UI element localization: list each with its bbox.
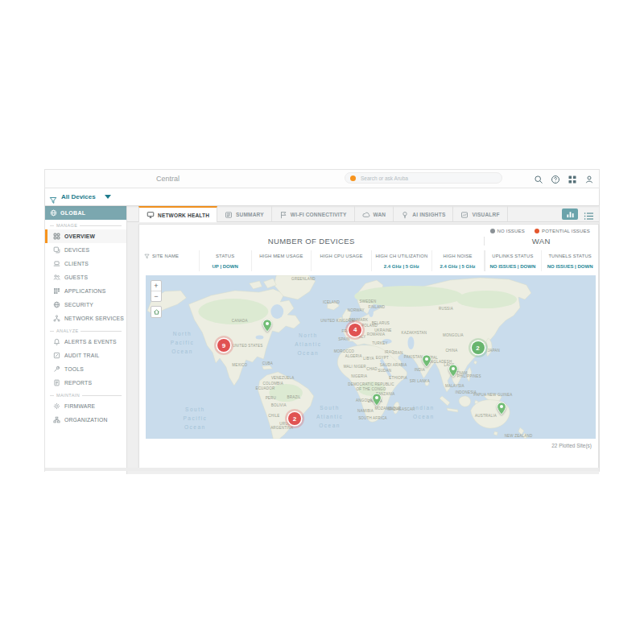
country-label: PAPUA NEW GUINEA <box>473 393 512 398</box>
country-label: JAPAN <box>488 349 500 353</box>
tab-summary[interactable]: SUMMARY <box>217 206 272 221</box>
sidebar-item-guests[interactable]: GUESTS <box>45 270 126 284</box>
map-site-cluster[interactable]: 2 <box>288 412 301 425</box>
column-header: UPLINKS STATUS <box>485 250 542 262</box>
devices-icon <box>53 246 60 254</box>
global-search-input[interactable] <box>359 175 497 182</box>
country-label: NIGERIA <box>351 374 367 379</box>
aruba-spark-icon <box>350 175 356 181</box>
ocean-label: SouthAtlanticOcean <box>316 403 343 430</box>
map-site-pin[interactable] <box>448 364 458 378</box>
country-label: INDIA <box>415 368 425 373</box>
map-site-pin[interactable] <box>422 354 432 368</box>
sidebar-scope-header[interactable]: GLOBAL <box>45 206 126 220</box>
sidebar-item-firmware[interactable]: FIRMWARE <box>45 399 126 413</box>
sidebar-item-label: FIRMWARE <box>64 403 95 409</box>
tab-label: AI INSIGHTS <box>412 212 445 217</box>
map-site-pin[interactable] <box>371 393 382 407</box>
tab-visualrf[interactable]: VISUALRF <box>453 206 507 221</box>
help-icon[interactable] <box>551 173 560 183</box>
country-label: VENEZUELA <box>271 376 295 381</box>
user-icon[interactable] <box>584 173 594 183</box>
bulb-icon <box>401 211 409 219</box>
column-high-cpu-usage: HIGH CPU USAGE <box>311 250 371 271</box>
sidebar-item-network-services[interactable]: NETWORK SERVICES <box>45 312 126 325</box>
column-high-noise: HIGH NOISE2.4 GHz | 5 GHz <box>431 250 484 271</box>
map-controls: + − <box>151 280 162 318</box>
country-label: MALAYSIA <box>445 384 464 389</box>
country-label: CHAD <box>366 367 378 372</box>
page-canvas: Central All Devices GLOBAL <box>0 0 644 644</box>
tab-wi-fi-connectivity[interactable]: WI-FI CONNECTIVITY <box>272 206 355 221</box>
sidebar-item-security[interactable]: SECURITY <box>45 298 126 312</box>
map-home-button[interactable] <box>151 306 162 318</box>
netsvc-icon <box>53 315 60 322</box>
country-label: SAUDI ARABIA <box>380 363 407 368</box>
map-site-pin[interactable] <box>262 319 273 332</box>
group-header-wan: WAN <box>484 237 599 246</box>
footer-strip <box>45 468 599 471</box>
country-label: EGYPT <box>376 356 389 361</box>
map-site-cluster[interactable]: 2 <box>472 341 485 354</box>
sidebar-item-applications[interactable]: APPLICATIONS <box>45 284 126 298</box>
apps-grid-icon[interactable] <box>568 173 577 183</box>
device-filter-label: All Devices <box>61 193 96 200</box>
chart-view-button[interactable] <box>562 208 578 220</box>
grid-icon <box>53 233 60 240</box>
country-label: BOLIVIA <box>271 403 287 408</box>
sidebar-item-overview[interactable]: OVERVIEW <box>45 229 126 243</box>
device-filter-bar[interactable]: All Devices <box>45 188 599 206</box>
section-label-text: MANAGE <box>56 223 77 228</box>
country-label: LIBYA <box>363 357 374 361</box>
clients-icon <box>53 260 60 267</box>
guests-icon <box>53 274 60 281</box>
tab-bar-controls <box>562 206 599 221</box>
tab-wan[interactable]: WAN <box>355 206 394 221</box>
country-label: ICELAND <box>323 300 340 305</box>
column-filter-icon[interactable] <box>144 254 150 259</box>
map-site-cluster[interactable]: 4 <box>349 324 361 336</box>
no-issues-dot <box>490 229 495 233</box>
world-map[interactable]: GREENLANDCANADAUNITED STATESMEXICOCUBAIC… <box>146 275 596 439</box>
search-icon[interactable] <box>534 173 543 183</box>
country-label: COLOMBIA <box>263 382 283 386</box>
zoom-in-button[interactable]: + <box>151 281 161 291</box>
country-label: GREENLAND <box>291 277 316 282</box>
sidebar-item-organization[interactable]: ORGANIZATION <box>45 413 126 427</box>
zoom-out-button[interactable]: − <box>151 291 161 301</box>
list-view-icon[interactable] <box>584 209 594 218</box>
map-site-pin[interactable] <box>497 402 507 415</box>
column-high-ch-utilization: HIGH CH UTILIZATION2.4 GHz | 5 GHz <box>371 250 431 271</box>
legend-item-potential-issues: POTENTIAL ISSUES <box>535 229 590 233</box>
sidebar-item-label: CLIENTS <box>64 261 89 266</box>
table-group-headers: NUMBER OF DEVICES WAN <box>139 237 598 246</box>
country-label: IRAN <box>394 351 403 356</box>
sidebar-item-alerts-events[interactable]: ALERTS & EVENTS <box>45 335 126 349</box>
country-label: FINLAND <box>369 305 386 310</box>
aruba-central-app: Central All Devices GLOBAL <box>44 169 600 472</box>
legend-label: POTENTIAL ISSUES <box>542 229 590 233</box>
chevron-down-icon[interactable] <box>105 195 111 199</box>
country-label: ALGERIA <box>345 354 362 359</box>
country-label: CANADA <box>232 319 248 324</box>
sidebar-item-devices[interactable]: DEVICES <box>45 243 126 257</box>
sidebar-item-audit-trail[interactable]: AUDIT TRAIL <box>45 349 126 362</box>
map-site-cluster[interactable]: 9 <box>217 339 230 352</box>
global-search[interactable] <box>345 172 502 184</box>
tab-network-health[interactable]: NETWORK HEALTH <box>138 206 217 222</box>
security-icon <box>53 301 60 308</box>
sidebar-item-reports[interactable]: REPORTS <box>45 376 126 390</box>
audit-icon <box>53 352 60 359</box>
country-label: CHILE <box>268 414 279 419</box>
column-high-mem-usage: HIGH MEM USAGE <box>251 250 312 271</box>
sidebar-item-tools[interactable]: TOOLS <box>45 362 126 376</box>
tab-label: VISUALRF <box>472 212 499 217</box>
sidebar-item-clients[interactable]: CLIENTS <box>45 257 126 270</box>
country-label: MONGOLIA <box>443 333 464 338</box>
section-label-text: MAINTAIN <box>56 393 80 398</box>
country-label: SRI LANKA <box>410 379 430 384</box>
globe-icon <box>50 209 57 217</box>
tab-ai-insights[interactable]: AI INSIGHTS <box>394 206 453 221</box>
column-uplinks-status: UPLINKS STATUSNO ISSUES | DOWN <box>484 250 542 271</box>
country-label: PERU <box>266 396 276 401</box>
